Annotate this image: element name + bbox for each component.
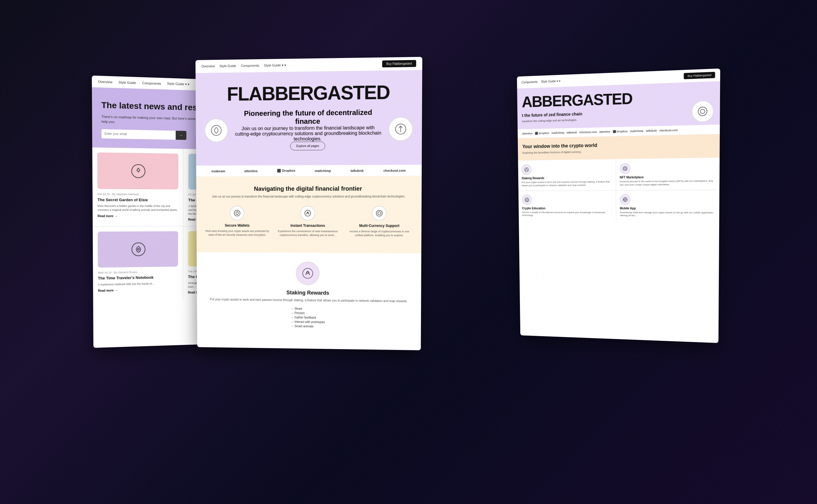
logo-checkout: checkout.com <box>383 168 406 172</box>
main-buy-button[interactable]: Buy Flabbergasted <box>382 60 416 68</box>
transactions-icon <box>300 206 315 221</box>
logo-mailchimp: mailchimp <box>315 169 331 172</box>
main-nav-overview[interactable]: Overview <box>201 64 215 68</box>
main-crypto-card: Overview Style Guide Components Style Gu… <box>195 57 422 350</box>
post-1-meta: Sat Jul 20 · By Alejandro Martinez <box>97 192 178 196</box>
right-staking-title: Staking Rewards <box>522 176 612 180</box>
staking-item-0: Share <box>291 307 325 311</box>
main-hero: FLABBERGASTED Pioneering the future of d… <box>195 70 422 166</box>
svg-point-2 <box>132 243 145 256</box>
right-feature-nft: NFT Marketplace Immerse yourself in the … <box>616 158 720 190</box>
feature-transactions: Instant Transactions Experience the conv… <box>275 206 340 237</box>
post-1-read-more[interactable]: Read more → <box>97 214 178 218</box>
right-staking-icon <box>521 164 532 175</box>
hero-icon-1 <box>205 118 228 142</box>
post-1-title: The Secret Garden of Elsie <box>97 197 178 203</box>
post-1-desc: Elsie discovers a hidden garden in the m… <box>97 204 178 212</box>
svg-point-5 <box>212 125 222 135</box>
staking-item-4: Smart animate <box>291 325 325 328</box>
right-logo-attentive-1: attentive <box>522 132 532 135</box>
right-staking-desc: Put your crypto assets to work and earn … <box>522 180 612 187</box>
right-logo-mailchimp-1: mailchimp <box>551 131 564 134</box>
multicurrency-desc: Access a diverse range of cryptocurrenci… <box>346 229 412 237</box>
svg-point-22 <box>624 199 626 200</box>
email-form: → <box>101 129 186 140</box>
main-brand: FLABBERGASTED <box>204 82 413 104</box>
blog-nav-styleguide2[interactable]: Style Guide ▾ <box>167 82 190 86</box>
hero-icons-row: Pioneering the future of decentralized f… <box>205 108 413 151</box>
staking-section: Staking Rewards Put your crypto assets t… <box>196 252 421 339</box>
staking-desc: Put your crypto assets to work and earn … <box>206 297 412 303</box>
staking-icon <box>296 261 320 285</box>
post-3-desc: A mysterious notebook falls into the han… <box>98 282 178 287</box>
multicurrency-icon <box>372 206 387 221</box>
right-nav-styleguide[interactable]: Style Guide ▾ <box>541 79 560 83</box>
wallets-desc: Rest easy knowing your crypto assets are… <box>205 229 270 237</box>
blog-nav-components[interactable]: Components <box>142 81 161 85</box>
blog-post-3: Wed Jul 10 · By Giovanni Russo The Time … <box>93 227 183 301</box>
wallets-icon <box>230 206 244 221</box>
right-features-grid: Staking Rewards Put your crypto assets t… <box>518 158 720 221</box>
right-logo-checkout-1: checkout.com <box>579 130 597 134</box>
staking-list: Share Present Gather feedback Interact w… <box>291 307 325 329</box>
features-title: Navigating the digital financial frontie… <box>205 185 412 192</box>
blog-nav-styleguide[interactable]: Style Guide <box>118 80 136 84</box>
right-crypto-card: Components Style Guide ▾ Buy Flabbergast… <box>517 68 720 343</box>
svg-point-0 <box>132 164 145 178</box>
right-feature-staking: Staking Rewards Put your crypto assets t… <box>518 160 616 191</box>
right-logo-dropbox-2: ⬛ Dropbox <box>613 130 628 133</box>
right-window-section: Your window into the crypto world Explor… <box>518 134 720 161</box>
main-nav-components[interactable]: Components <box>241 64 259 68</box>
right-hero: ABBERGASTED t the future of zed finance … <box>517 81 720 129</box>
explore-button[interactable]: Explore all pages <box>290 142 325 150</box>
email-submit-button[interactable]: → <box>176 131 186 140</box>
hero-icon-2 <box>389 117 413 141</box>
features-desc: Join us on our journey to transform the … <box>205 195 413 199</box>
staking-item-1: Present <box>291 312 325 315</box>
staking-item-2: Gather feedback <box>291 316 325 319</box>
svg-point-16 <box>701 109 705 114</box>
right-nft-title: NFT Marketplace <box>620 175 716 179</box>
logos-strip: exabeam attentive ⬛ Dropbox mailchimp ta… <box>196 165 422 177</box>
post-1-thumb <box>97 152 178 189</box>
logo-talkdesk: talkdesk <box>350 169 364 172</box>
right-card-inner: Components Style Guide ▾ Buy Flabbergast… <box>517 68 720 343</box>
right-logo-mailchimp-2: mailchimp <box>630 129 643 133</box>
right-logo-attentive-2: attentive <box>599 130 610 133</box>
right-logo-dropbox-1: ⬛ Dropbox <box>535 131 549 135</box>
logo-attentive: attentive <box>244 169 258 173</box>
right-feature-mobile: Mobile App Seamlessly trade and manage y… <box>616 190 720 221</box>
right-logo-talkdesk-1: talkdesk <box>566 131 577 134</box>
svg-point-19 <box>624 168 626 170</box>
features-section: Navigating the digital financial frontie… <box>196 176 422 253</box>
main-nav-styleguide[interactable]: Style Guide <box>220 64 236 68</box>
cards-stack: Overview Style Guide Components Style Gu… <box>82 45 735 459</box>
right-buy-button[interactable]: Buy Flabbergasted <box>684 72 715 79</box>
svg-point-18 <box>623 166 627 171</box>
right-nav-components[interactable]: Components <box>521 80 537 84</box>
right-feature-education: Crypto Education Access a wealth of educ… <box>518 191 616 221</box>
multicurrency-title: Multi-Currency Support <box>346 224 412 228</box>
svg-point-14 <box>307 272 309 274</box>
svg-point-11 <box>376 210 382 216</box>
main-nav-left: Overview Style Guide Components Style Gu… <box>201 63 286 68</box>
feature-wallets: Secure Wallets Rest easy knowing your cr… <box>205 206 270 237</box>
right-mobile-desc: Seamlessly trade and manage your crypto … <box>620 211 716 218</box>
transactions-title: Instant Transactions <box>276 224 341 228</box>
svg-point-12 <box>378 212 381 215</box>
post-3-meta: Wed Jul 10 · By Giovanni Russo <box>98 270 178 274</box>
main-nav-styleguide2[interactable]: Style Guide ▾ <box>264 63 286 68</box>
right-education-icon <box>522 195 532 205</box>
hero-title: Pioneering the future of decentralized f… <box>234 108 383 126</box>
right-nav-left: Components Style Guide ▾ <box>521 79 560 84</box>
email-input[interactable] <box>101 129 175 140</box>
blog-nav-overview[interactable]: Overview <box>98 80 112 84</box>
post-3-read-more[interactable]: Read more → <box>98 288 178 292</box>
svg-point-17 <box>525 168 528 172</box>
right-mobile-title: Mobile App <box>620 207 716 210</box>
svg-marker-8 <box>236 211 238 215</box>
right-nft-icon <box>620 163 630 174</box>
transactions-desc: Experience the convenience of near-insta… <box>276 229 341 237</box>
staking-title: Staking Rewards <box>206 289 412 297</box>
post-3-thumb <box>97 231 178 268</box>
